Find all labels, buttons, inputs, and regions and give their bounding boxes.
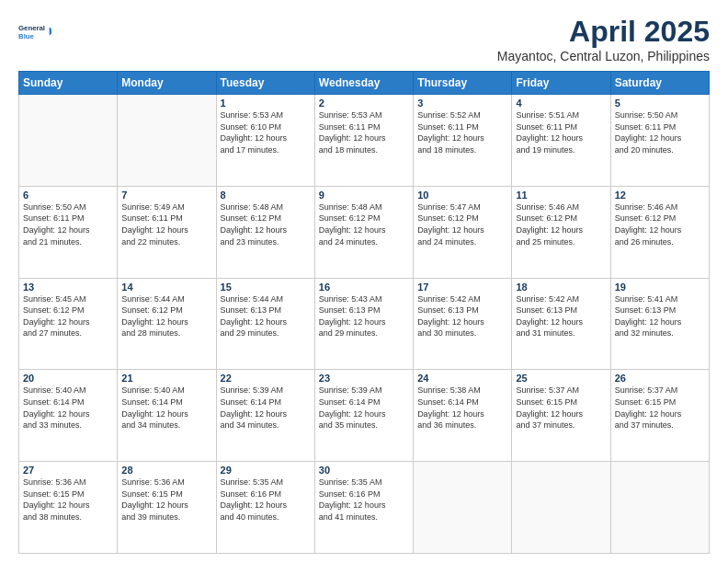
day-info: Sunrise: 5:39 AM Sunset: 6:14 PM Dayligh… [319,385,409,431]
calendar-table: SundayMondayTuesdayWednesdayThursdayFrid… [18,71,710,554]
calendar-cell: 22Sunrise: 5:39 AM Sunset: 6:14 PM Dayli… [216,370,314,462]
day-number: 15 [221,282,311,293]
day-info: Sunrise: 5:46 AM Sunset: 6:12 PM Dayligh… [615,201,705,247]
day-info: Sunrise: 5:36 AM Sunset: 6:15 PM Dayligh… [23,477,113,523]
day-info: Sunrise: 5:47 AM Sunset: 6:12 PM Dayligh… [417,201,507,247]
day-info: Sunrise: 5:46 AM Sunset: 6:12 PM Dayligh… [516,201,606,247]
weekday-header-wednesday: Wednesday [314,72,413,95]
calendar-cell: 24Sunrise: 5:38 AM Sunset: 6:14 PM Dayli… [414,370,512,462]
calendar-cell: 30Sunrise: 5:35 AM Sunset: 6:16 PM Dayli… [314,462,413,554]
day-info: Sunrise: 5:42 AM Sunset: 6:13 PM Dayligh… [516,293,606,339]
day-number: 10 [417,190,507,201]
day-number: 7 [121,190,211,201]
day-number: 14 [121,282,211,293]
calendar-cell [414,462,512,554]
weekday-header-row: SundayMondayTuesdayWednesdayThursdayFrid… [19,72,710,95]
calendar-cell: 8Sunrise: 5:48 AM Sunset: 6:12 PM Daylig… [216,186,314,278]
calendar-cell: 23Sunrise: 5:39 AM Sunset: 6:14 PM Dayli… [314,370,413,462]
day-number: 18 [516,282,606,293]
day-info: Sunrise: 5:51 AM Sunset: 6:11 PM Dayligh… [516,109,606,155]
calendar-cell: 26Sunrise: 5:37 AM Sunset: 6:15 PM Dayli… [610,370,709,462]
calendar-cell [19,95,118,187]
day-number: 25 [516,373,606,384]
day-info: Sunrise: 5:35 AM Sunset: 6:16 PM Dayligh… [221,477,311,523]
day-number: 4 [516,98,606,109]
calendar-cell: 28Sunrise: 5:36 AM Sunset: 6:15 PM Dayli… [118,462,216,554]
weekday-header-thursday: Thursday [414,72,512,95]
day-info: Sunrise: 5:50 AM Sunset: 6:11 PM Dayligh… [23,201,113,247]
day-number: 11 [516,190,606,201]
calendar-cell [512,462,610,554]
weekday-header-tuesday: Tuesday [216,72,314,95]
calendar-cell: 1Sunrise: 5:53 AM Sunset: 6:10 PM Daylig… [216,95,314,187]
main-title: April 2025 [497,15,710,49]
day-info: Sunrise: 5:53 AM Sunset: 6:10 PM Dayligh… [221,109,311,155]
week-row-4: 20Sunrise: 5:40 AM Sunset: 6:14 PM Dayli… [19,370,710,462]
day-info: Sunrise: 5:43 AM Sunset: 6:13 PM Dayligh… [319,293,409,339]
calendar-cell: 6Sunrise: 5:50 AM Sunset: 6:11 PM Daylig… [19,186,118,278]
weekday-header-monday: Monday [118,72,216,95]
day-info: Sunrise: 5:45 AM Sunset: 6:12 PM Dayligh… [23,293,113,339]
day-number: 12 [615,190,705,201]
day-number: 23 [319,373,409,384]
logo-icon: General Blue [18,15,51,48]
day-number: 9 [319,190,409,201]
day-number: 29 [221,465,311,476]
calendar-cell: 16Sunrise: 5:43 AM Sunset: 6:13 PM Dayli… [314,278,413,370]
calendar-cell: 14Sunrise: 5:44 AM Sunset: 6:12 PM Dayli… [118,278,216,370]
header: General Blue April 2025 Mayantoc, Centra… [18,15,710,63]
svg-text:Blue: Blue [18,32,35,40]
calendar-cell: 20Sunrise: 5:40 AM Sunset: 6:14 PM Dayli… [19,370,118,462]
calendar-cell: 27Sunrise: 5:36 AM Sunset: 6:15 PM Dayli… [19,462,118,554]
calendar-cell: 12Sunrise: 5:46 AM Sunset: 6:12 PM Dayli… [610,186,709,278]
day-info: Sunrise: 5:36 AM Sunset: 6:15 PM Dayligh… [121,477,211,523]
day-number: 30 [319,465,409,476]
calendar-cell: 15Sunrise: 5:44 AM Sunset: 6:13 PM Dayli… [216,278,314,370]
calendar-cell [610,462,709,554]
day-number: 21 [121,373,211,384]
day-info: Sunrise: 5:48 AM Sunset: 6:12 PM Dayligh… [221,201,311,247]
calendar-cell: 13Sunrise: 5:45 AM Sunset: 6:12 PM Dayli… [19,278,118,370]
day-info: Sunrise: 5:50 AM Sunset: 6:11 PM Dayligh… [615,109,705,155]
week-row-1: 1Sunrise: 5:53 AM Sunset: 6:10 PM Daylig… [19,95,710,187]
svg-marker-2 [50,27,51,36]
page: General Blue April 2025 Mayantoc, Centra… [0,0,728,563]
day-info: Sunrise: 5:35 AM Sunset: 6:16 PM Dayligh… [319,477,409,523]
svg-text:General: General [18,24,45,32]
calendar-cell: 25Sunrise: 5:37 AM Sunset: 6:15 PM Dayli… [512,370,610,462]
week-row-3: 13Sunrise: 5:45 AM Sunset: 6:12 PM Dayli… [19,278,710,370]
day-number: 24 [417,373,507,384]
day-info: Sunrise: 5:48 AM Sunset: 6:12 PM Dayligh… [319,201,409,247]
calendar-cell: 4Sunrise: 5:51 AM Sunset: 6:11 PM Daylig… [512,95,610,187]
weekday-header-saturday: Saturday [610,72,709,95]
day-number: 2 [319,98,409,109]
day-number: 28 [121,465,211,476]
day-info: Sunrise: 5:39 AM Sunset: 6:14 PM Dayligh… [221,385,311,431]
calendar-cell: 29Sunrise: 5:35 AM Sunset: 6:16 PM Dayli… [216,462,314,554]
week-row-2: 6Sunrise: 5:50 AM Sunset: 6:11 PM Daylig… [19,186,710,278]
logo: General Blue [18,15,51,48]
day-number: 19 [615,282,705,293]
day-info: Sunrise: 5:44 AM Sunset: 6:12 PM Dayligh… [121,293,211,339]
day-number: 6 [23,190,113,201]
calendar-cell: 18Sunrise: 5:42 AM Sunset: 6:13 PM Dayli… [512,278,610,370]
day-info: Sunrise: 5:40 AM Sunset: 6:14 PM Dayligh… [121,385,211,431]
calendar-cell: 21Sunrise: 5:40 AM Sunset: 6:14 PM Dayli… [118,370,216,462]
subtitle: Mayantoc, Central Luzon, Philippines [497,49,710,63]
day-info: Sunrise: 5:53 AM Sunset: 6:11 PM Dayligh… [319,109,409,155]
calendar-cell: 9Sunrise: 5:48 AM Sunset: 6:12 PM Daylig… [314,186,413,278]
calendar-cell: 10Sunrise: 5:47 AM Sunset: 6:12 PM Dayli… [414,186,512,278]
day-info: Sunrise: 5:42 AM Sunset: 6:13 PM Dayligh… [417,293,507,339]
day-info: Sunrise: 5:40 AM Sunset: 6:14 PM Dayligh… [23,385,113,431]
day-info: Sunrise: 5:38 AM Sunset: 6:14 PM Dayligh… [417,385,507,431]
day-info: Sunrise: 5:37 AM Sunset: 6:15 PM Dayligh… [615,385,705,431]
day-number: 17 [417,282,507,293]
day-number: 16 [319,282,409,293]
day-number: 20 [23,373,113,384]
day-number: 1 [221,98,311,109]
day-number: 26 [615,373,705,384]
day-number: 5 [615,98,705,109]
calendar-cell: 7Sunrise: 5:49 AM Sunset: 6:11 PM Daylig… [118,186,216,278]
day-number: 22 [221,373,311,384]
day-number: 8 [221,190,311,201]
